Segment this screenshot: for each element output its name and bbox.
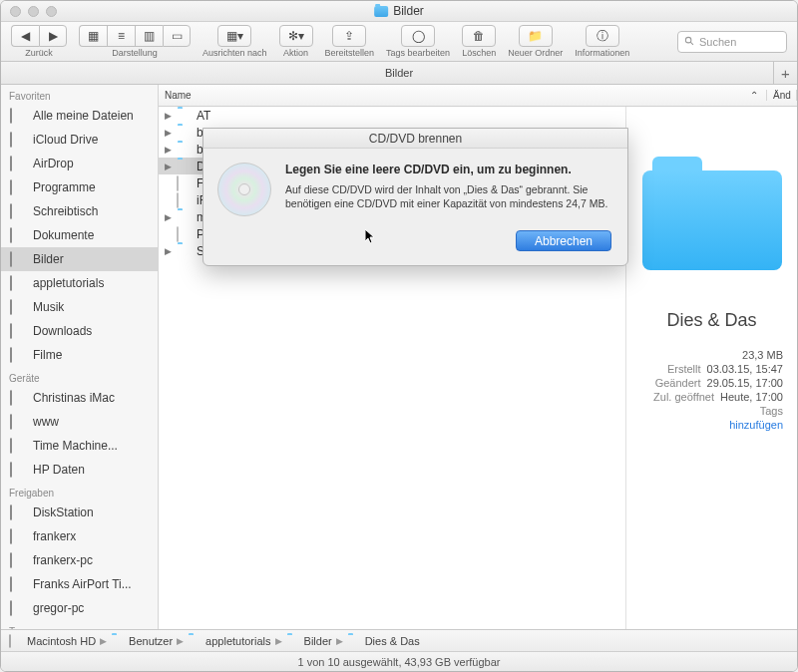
sidebar-label: Dokumente bbox=[33, 228, 94, 242]
action-group: ✻▾ Aktion bbox=[279, 25, 313, 58]
nav-group: ◀ ▶ Zurück bbox=[11, 25, 67, 58]
sidebar-item[interactable]: AirDrop bbox=[1, 152, 158, 175]
sidebar-label: Franks AirPort Ti... bbox=[33, 577, 132, 591]
chevron-right-icon: ▶ bbox=[100, 636, 107, 646]
view-group: ▦ ≡ ▥ ▭ Darstellung bbox=[79, 25, 191, 58]
sidebar-label: DiskStation bbox=[33, 505, 94, 519]
delete-group: 🗑 Löschen bbox=[462, 25, 496, 58]
sidebar-label: HP Daten bbox=[33, 463, 85, 477]
sidebar-icon bbox=[10, 180, 26, 194]
sidebar-item[interactable]: Time Machine... bbox=[1, 434, 158, 458]
disclosure-icon[interactable]: ▶ bbox=[163, 145, 173, 155]
chevron-right-icon: ▶ bbox=[275, 636, 282, 646]
back-button[interactable]: ◀ bbox=[11, 25, 39, 47]
tags-button[interactable]: ◯ bbox=[401, 25, 435, 47]
view-list-button[interactable]: ≡ bbox=[107, 25, 135, 47]
chevron-right-icon: ▶ bbox=[336, 636, 343, 646]
sidebar-item[interactable]: Filme bbox=[1, 343, 158, 367]
sidebar-icon bbox=[10, 300, 26, 314]
tags-group: ◯ Tags bearbeiten bbox=[386, 25, 450, 58]
arrange-button[interactable]: ▦▾ bbox=[217, 25, 251, 47]
sidebar-heading: Freigaben bbox=[1, 482, 158, 501]
path-segment[interactable]: appletutorials bbox=[205, 635, 270, 647]
disclosure-icon[interactable]: ▶ bbox=[163, 246, 173, 256]
info-button[interactable]: ⓘ bbox=[586, 25, 619, 47]
delete-button[interactable]: 🗑 bbox=[462, 25, 496, 47]
sidebar-label: Downloads bbox=[33, 324, 92, 338]
disclosure-icon[interactable]: ▶ bbox=[163, 111, 173, 121]
disclosure-icon[interactable]: ▶ bbox=[163, 212, 173, 222]
folder-icon bbox=[374, 6, 388, 17]
sidebar-item[interactable]: Schreibtisch bbox=[1, 199, 158, 223]
sidebar-icon bbox=[10, 505, 26, 519]
view-column-button[interactable]: ▥ bbox=[135, 25, 163, 47]
sidebar-item[interactable]: Alle meine Dateien bbox=[1, 104, 158, 128]
sidebar-label: frankerx bbox=[33, 529, 76, 543]
cancel-button[interactable]: Abbrechen bbox=[516, 230, 611, 251]
column-header: Name ⌃ Änd bbox=[159, 85, 797, 107]
sidebar-item[interactable]: iCloud Drive bbox=[1, 128, 158, 152]
sidebar-item[interactable]: Christinas iMac bbox=[1, 386, 158, 410]
toolbar-label: Aktion bbox=[283, 48, 308, 58]
column-date[interactable]: Änd bbox=[767, 90, 797, 101]
sidebar-item[interactable]: HP Daten bbox=[1, 458, 158, 482]
cursor-icon bbox=[365, 229, 377, 245]
folder-icon bbox=[177, 126, 193, 139]
disclosure-icon[interactable]: ▶ bbox=[163, 128, 173, 138]
new-tab-button[interactable]: + bbox=[773, 62, 797, 85]
share-button[interactable]: ⇪ bbox=[332, 25, 366, 47]
tabbar: Bilder + bbox=[1, 62, 797, 85]
path-segment[interactable]: Bilder bbox=[304, 635, 332, 647]
preview-size: 23,3 MB bbox=[742, 349, 783, 361]
action-button[interactable]: ✻▾ bbox=[279, 25, 313, 47]
search-input[interactable]: Suchen bbox=[677, 31, 787, 53]
sidebar-icon bbox=[10, 415, 26, 429]
sidebar: FavoritenAlle meine DateieniCloud DriveA… bbox=[1, 85, 159, 629]
sidebar-label: Christinas iMac bbox=[33, 391, 115, 405]
share-group: ⇪ Bereitstellen bbox=[325, 25, 375, 58]
disclosure-icon[interactable]: ▶ bbox=[163, 162, 173, 171]
sidebar-item[interactable]: Programme bbox=[1, 175, 158, 199]
tab-bilder[interactable]: Bilder bbox=[385, 67, 413, 79]
close-icon[interactable] bbox=[10, 6, 21, 17]
toolbar: ◀ ▶ Zurück ▦ ≡ ▥ ▭ Darstellung ▦▾ Ausric… bbox=[1, 22, 797, 62]
sidebar-item[interactable]: gregor-pc bbox=[1, 596, 158, 620]
new-folder-button[interactable]: 📁 bbox=[519, 25, 553, 47]
sidebar-item[interactable]: frankerx-pc bbox=[1, 548, 158, 572]
path-segment[interactable]: Dies & Das bbox=[365, 635, 420, 647]
view-icon-button[interactable]: ▦ bbox=[79, 25, 107, 47]
toolbar-label: Neuer Ordner bbox=[508, 48, 563, 58]
finder-window: Bilder ◀ ▶ Zurück ▦ ≡ ▥ ▭ Darstellung ▦▾… bbox=[0, 0, 798, 672]
sidebar-item[interactable]: Musik bbox=[1, 295, 158, 319]
status-bar: 1 von 10 ausgewählt, 43,93 GB verfügbar bbox=[1, 651, 797, 671]
minimize-icon[interactable] bbox=[28, 6, 39, 17]
sidebar-item[interactable]: Downloads bbox=[1, 319, 158, 343]
add-tags-link[interactable]: hinzufügen bbox=[729, 419, 783, 431]
titlebar[interactable]: Bilder bbox=[1, 1, 797, 22]
sidebar-item[interactable]: www bbox=[1, 410, 158, 434]
sidebar-item[interactable]: Bilder bbox=[1, 247, 158, 271]
path-segment[interactable]: Macintosh HD bbox=[27, 635, 96, 647]
sidebar-item[interactable]: frankerx bbox=[1, 524, 158, 548]
image-icon bbox=[177, 176, 193, 189]
sidebar-icon bbox=[10, 439, 26, 453]
sidebar-label: appletutorials bbox=[33, 276, 104, 290]
forward-button[interactable]: ▶ bbox=[39, 25, 67, 47]
sort-indicator-icon: ⌃ bbox=[750, 90, 758, 101]
sidebar-item[interactable]: Dokumente bbox=[1, 223, 158, 247]
path-segment[interactable]: Benutzer bbox=[129, 635, 173, 647]
folder-icon bbox=[111, 635, 125, 646]
sidebar-item[interactable]: Franks AirPort Ti... bbox=[1, 572, 158, 596]
folder-icon bbox=[286, 635, 300, 646]
zoom-icon[interactable] bbox=[46, 6, 57, 17]
sidebar-item[interactable]: appletutorials bbox=[1, 271, 158, 295]
column-name[interactable]: Name ⌃ bbox=[159, 90, 767, 101]
sidebar-label: Alle meine Dateien bbox=[33, 109, 134, 123]
path-bar: Macintosh HD▶Benutzer▶appletutorials▶Bil… bbox=[1, 629, 797, 651]
folder-icon bbox=[347, 635, 361, 646]
view-cover-button[interactable]: ▭ bbox=[163, 25, 191, 47]
sidebar-icon bbox=[10, 276, 26, 290]
sidebar-item[interactable]: DiskStation bbox=[1, 501, 158, 524]
arrange-group: ▦▾ Ausrichten nach bbox=[202, 25, 267, 58]
sidebar-heading: Tags bbox=[1, 620, 158, 629]
